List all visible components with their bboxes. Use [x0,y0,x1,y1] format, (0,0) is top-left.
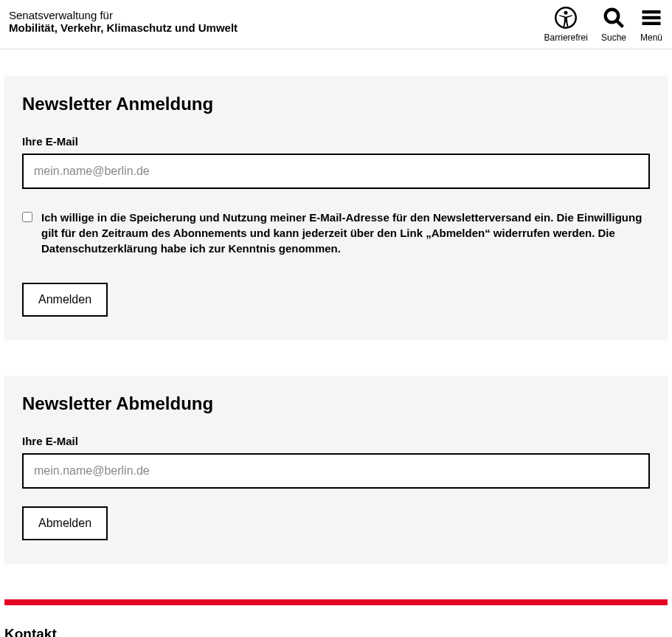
svg-point-2 [606,10,619,23]
unsubscribe-section: Newsletter Abmeldung Ihre E-Mail Abmelde… [4,376,668,564]
site-title-line2: Mobilität, Verkehr, Klimaschutz und Umwe… [9,21,238,34]
site-title-line1: Senatsverwaltung für [9,9,238,21]
subscribe-section: Newsletter Anmeldung Ihre E-Mail Ich wil… [4,76,668,340]
consent-row: Ich willige in die Speicherung und Nutzu… [22,210,650,256]
site-header: Senatsverwaltung für Mobilität, Verkehr,… [0,0,672,49]
menu-icon [640,6,663,30]
menu-label: Menü [640,32,662,43]
subscribe-title: Newsletter Anmeldung [22,94,650,114]
unsubscribe-email-label: Ihre E-Mail [22,435,650,447]
unsubscribe-email-input[interactable] [22,453,650,489]
subscribe-button[interactable]: Anmelden [22,283,108,317]
search-icon [602,6,626,30]
menu-button[interactable]: Menü [640,6,663,43]
svg-point-1 [564,11,568,15]
subscribe-email-input[interactable] [22,154,650,189]
footer: Kontakt Senatsverwaltung für Mobilität, … [0,605,672,637]
svg-line-3 [617,21,623,27]
unsubscribe-title: Newsletter Abmeldung [22,393,650,414]
svg-rect-5 [642,16,661,19]
site-title-block: Senatsverwaltung für Mobilität, Verkehr,… [9,6,238,34]
unsubscribe-button[interactable]: Abmelden [22,506,108,540]
consent-text: Ich willige in die Speicherung und Nutzu… [41,210,650,256]
subscribe-email-label: Ihre E-Mail [22,135,650,148]
search-label: Suche [601,32,626,43]
svg-rect-6 [642,22,661,25]
accessibility-button[interactable]: Barrierefrei [544,6,588,43]
contact-heading: Kontakt [4,626,668,637]
accessibility-label: Barrierefrei [544,32,588,43]
divider-red-bar [4,599,668,605]
svg-rect-4 [642,10,661,13]
search-button[interactable]: Suche [601,6,626,43]
header-tools: Barrierefrei Suche Menü [544,6,663,43]
accessibility-icon [554,6,578,30]
consent-checkbox[interactable] [22,212,32,222]
main-content: Newsletter Anmeldung Ihre E-Mail Ich wil… [0,49,672,564]
